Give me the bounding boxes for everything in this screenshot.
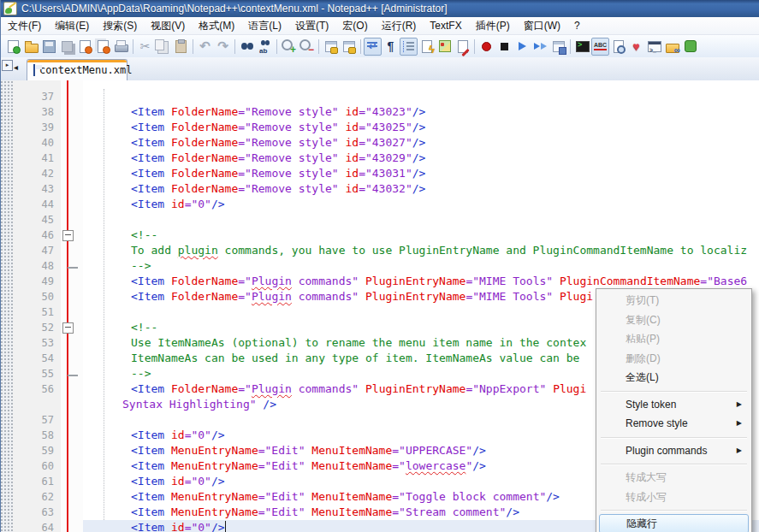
plugin-console-icon[interactable] (573, 38, 591, 56)
code-segment: <Item (131, 121, 171, 133)
tab-scroll-button[interactable]: ▸ (2, 60, 13, 71)
macro-save-icon[interactable] (549, 38, 567, 56)
code-line-48[interactable]: --> (104, 258, 759, 274)
macro-play-icon[interactable] (513, 38, 531, 56)
code-segment: PluginEntryName (365, 275, 465, 287)
show-all-chars-icon[interactable] (382, 38, 400, 56)
tab-contextmenu-xml[interactable]: contextMenu.xml (27, 59, 127, 80)
menubar-item-plugins[interactable]: 插件(P) (469, 17, 517, 35)
close-icon[interactable] (76, 38, 94, 56)
code-segment: ItemNameAs can be used in any type of it… (131, 352, 579, 364)
redo-icon[interactable] (214, 38, 232, 56)
plugin-edge-icon[interactable] (681, 38, 699, 56)
code-segment: =" (238, 275, 252, 287)
code-line-45[interactable] (104, 212, 759, 228)
context-menu-item-select-all[interactable]: 全选(L) (598, 368, 750, 387)
code-segment: /> (412, 105, 426, 118)
save-icon[interactable] (40, 38, 58, 56)
code-segment: <Item (131, 136, 171, 149)
copy-icon[interactable] (154, 38, 172, 56)
text-caret (225, 521, 226, 532)
menubar-item-encoding[interactable]: 格式(M) (192, 17, 241, 35)
code-segment: Plugi (553, 382, 586, 395)
folder-workspace-icon[interactable] (663, 38, 681, 56)
spell-check-icon[interactable] (591, 38, 609, 56)
new-file-icon[interactable] (4, 38, 22, 56)
compare-heart-icon[interactable] (627, 38, 645, 56)
macro-stop-icon[interactable] (495, 38, 513, 56)
code-line-39[interactable]: <Item FolderName="Remove style" id="4302… (104, 120, 759, 135)
menubar-item-file[interactable]: 文件(F) (1, 17, 48, 35)
code-line-42[interactable]: <Item FolderName="Remove style" id="4303… (104, 166, 759, 181)
line-number: 64 (13, 520, 54, 532)
misspelled-word: Plugin (252, 382, 292, 395)
context-menu-item-hide-lines[interactable]: 隐藏行 (599, 514, 749, 532)
code-segment: ="Toggle block comment" (392, 490, 546, 503)
print-icon[interactable] (112, 38, 130, 56)
dock-grip[interactable] (1, 80, 14, 532)
fold-margin[interactable] (61, 80, 83, 532)
fold-collapse-box[interactable] (62, 322, 74, 334)
menubar-item-window[interactable]: 窗口(W) (517, 17, 567, 35)
menubar-item-run[interactable]: 运行(R) (375, 17, 424, 35)
code-line-37[interactable] (104, 89, 759, 104)
toolbar-separator (276, 39, 277, 54)
menubar-item-textfx[interactable]: TextFX (423, 18, 468, 33)
code-segment: /> (472, 459, 486, 472)
code-segment (359, 382, 365, 395)
find-icon[interactable] (238, 38, 256, 56)
code-segment: /> (546, 490, 560, 503)
function-lightning-icon[interactable] (418, 38, 436, 56)
toolbar-separator (234, 39, 235, 54)
code-line-43[interactable]: <Item FolderName="Remove style" id="4303… (104, 181, 759, 197)
terminal-icon[interactable] (645, 38, 663, 56)
edit-marker-icon[interactable] (454, 38, 471, 56)
menubar-item-search[interactable]: 搜索(S) (96, 17, 144, 35)
code-segment: FolderName (171, 167, 238, 180)
replace-icon[interactable] (256, 38, 274, 56)
menubar-item-view[interactable]: 视图(V) (144, 17, 192, 35)
doc-map-icon[interactable] (436, 38, 454, 56)
context-menu-item-style-token[interactable]: Style token▶ (598, 395, 750, 415)
context-menu-item-plugin-commands[interactable]: Plugin commands▶ (598, 441, 750, 461)
word-wrap-icon[interactable] (364, 38, 382, 56)
doc-list-arrow-icon[interactable]: ◂ (14, 62, 18, 72)
code-segment: id (345, 167, 359, 180)
context-menu-item-remove-style[interactable]: Remove style▶ (598, 414, 750, 434)
doc-search-icon[interactable] (609, 38, 627, 56)
code-line-47[interactable]: To add plugin commands, you have to use … (104, 243, 759, 258)
close-all-icon[interactable] (94, 38, 112, 56)
sync-h-icon[interactable] (340, 38, 358, 56)
code-segment: ="43025" (359, 121, 412, 133)
menubar-item-language[interactable]: 语言(L) (241, 17, 288, 35)
menubar-item-macro[interactable]: 宏(O) (335, 17, 374, 35)
indent-guide-icon[interactable] (400, 38, 418, 56)
open-icon[interactable] (22, 38, 40, 56)
fold-collapse-box[interactable] (62, 230, 74, 241)
zoom-in-icon[interactable] (280, 38, 298, 56)
zoom-out-icon[interactable] (298, 38, 316, 56)
macro-record-icon[interactable] (477, 38, 495, 56)
line-number: 37 (13, 89, 54, 104)
code-segment: commands" (292, 275, 359, 287)
cut-icon[interactable] (136, 38, 154, 56)
code-segment: id (345, 105, 359, 118)
code-line-44[interactable]: <Item id="0"/> (104, 197, 759, 212)
macro-play-multi-icon[interactable] (531, 38, 549, 56)
code-line-41[interactable]: <Item FolderName="Remove style" id="4302… (104, 151, 759, 166)
line-number: 41 (13, 151, 54, 166)
menubar-item-help[interactable]: ? (567, 18, 587, 33)
code-segment: =" (392, 459, 406, 472)
code-line-49[interactable]: <Item FolderName="Plugin commands" Plugi… (104, 274, 759, 289)
menubar-item-settings[interactable]: 设置(T) (288, 17, 335, 35)
undo-icon[interactable] (196, 38, 214, 56)
paste-icon[interactable] (172, 38, 190, 56)
code-line-46[interactable]: <!-- (104, 228, 759, 243)
code-line-38[interactable]: <Item FolderName="Remove style" id="4302… (104, 104, 759, 120)
save-all-icon[interactable] (58, 38, 76, 56)
code-line-40[interactable]: <Item FolderName="Remove style" id="4302… (104, 135, 759, 151)
line-number: 59 (13, 443, 54, 458)
sync-v-icon[interactable] (322, 38, 340, 56)
code-segment: MenuEntryName (171, 505, 258, 518)
menubar-item-edit[interactable]: 编辑(E) (48, 17, 96, 35)
